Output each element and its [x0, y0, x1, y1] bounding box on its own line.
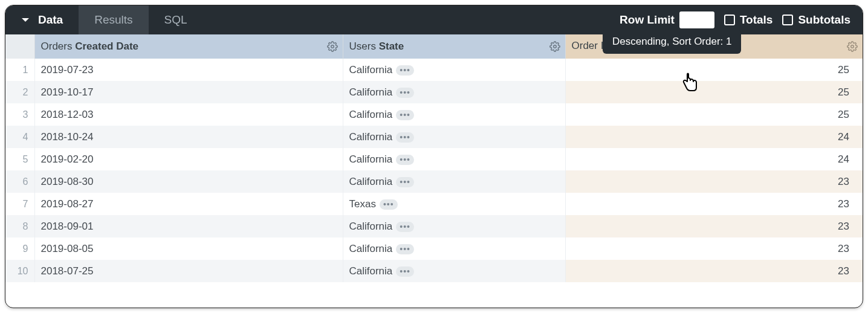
cell-users-state[interactable]: California••• [343, 148, 565, 170]
ellipsis-icon[interactable]: ••• [396, 88, 414, 98]
sort-tooltip: Descending, Sort Order: 1 [603, 30, 741, 54]
cell-users-state[interactable]: California••• [343, 103, 565, 126]
cell-created-date[interactable]: 2019-08-27 [34, 193, 343, 215]
cell-users-state[interactable]: California••• [343, 215, 565, 237]
tab-results-label: Results [94, 13, 132, 27]
table-row: 22019-10-17California•••25 [5, 81, 863, 103]
table-row: 52019-02-20California•••24 [5, 148, 863, 170]
cell-order-items-count[interactable]: 23 [565, 193, 863, 215]
table-row: 32018-12-03California•••25 [5, 103, 863, 126]
row-number: 8 [5, 215, 34, 237]
column-header-rownum [5, 34, 34, 59]
cell-created-date[interactable]: 2019-08-05 [34, 237, 343, 260]
column-header-users-state[interactable]: Users State [343, 34, 565, 59]
row-limit-label: Row Limit [620, 13, 675, 27]
row-number: 10 [5, 260, 34, 282]
row-number: 3 [5, 103, 34, 126]
cell-order-items-count[interactable]: 23 [565, 170, 863, 193]
gear-icon[interactable] [847, 41, 858, 52]
cell-users-state[interactable]: California••• [343, 237, 565, 260]
cell-order-items-count[interactable]: 25 [565, 103, 863, 126]
column-header-created-date[interactable]: Orders Created Date [34, 34, 343, 59]
ellipsis-icon[interactable]: ••• [396, 244, 414, 254]
ellipsis-icon[interactable]: ••• [396, 110, 414, 120]
ellipsis-icon[interactable]: ••• [396, 222, 414, 232]
row-number: 9 [5, 237, 34, 260]
results-table: Orders Created Date Users State Order It… [5, 34, 863, 282]
table-row: 102018-07-25California•••23 [5, 260, 863, 282]
row-number: 6 [5, 170, 34, 193]
table-row: 82018-09-01California•••23 [5, 215, 863, 237]
ellipsis-icon[interactable]: ••• [396, 155, 414, 165]
cell-created-date[interactable]: 2018-09-01 [34, 215, 343, 237]
data-panel: Data Results SQL Row Limit Totals Subtot… [5, 5, 863, 308]
tab-sql[interactable]: SQL [149, 5, 203, 34]
cell-users-state[interactable]: Texas••• [343, 193, 565, 215]
ellipsis-icon[interactable]: ••• [396, 132, 414, 143]
cell-order-items-count[interactable]: 24 [565, 148, 863, 170]
svg-point-2 [851, 45, 854, 48]
cell-users-state[interactable]: California••• [343, 59, 565, 81]
cell-created-date[interactable]: 2018-12-03 [34, 103, 343, 126]
cell-created-date[interactable]: 2019-08-30 [34, 170, 343, 193]
gear-icon[interactable] [549, 41, 560, 52]
cell-order-items-count[interactable]: 25 [565, 81, 863, 103]
table-row: 92019-08-05California•••23 [5, 237, 863, 260]
row-number: 1 [5, 59, 34, 81]
tab-results[interactable]: Results [79, 5, 148, 34]
cell-users-state[interactable]: California••• [343, 260, 565, 282]
cell-created-date[interactable]: 2019-07-23 [34, 59, 343, 81]
cell-order-items-count[interactable]: 23 [565, 215, 863, 237]
cell-created-date[interactable]: 2019-10-17 [34, 81, 343, 103]
row-number: 5 [5, 148, 34, 170]
subtotals-label: Subtotals [798, 13, 850, 27]
ellipsis-icon[interactable]: ••• [380, 199, 398, 210]
cell-users-state[interactable]: California••• [343, 126, 565, 148]
cell-created-date[interactable]: 2019-02-20 [34, 148, 343, 170]
tab-data-label: Data [38, 13, 63, 27]
cell-created-date[interactable]: 2018-07-25 [34, 260, 343, 282]
row-number: 2 [5, 81, 34, 103]
cell-order-items-count[interactable]: 23 [565, 237, 863, 260]
cell-users-state[interactable]: California••• [343, 170, 565, 193]
tab-data[interactable]: Data [5, 5, 79, 34]
totals-checkbox[interactable] [724, 15, 735, 25]
table-row: 42018-10-24California•••24 [5, 126, 863, 148]
cell-order-items-count[interactable]: 25 [565, 59, 863, 81]
row-limit-input[interactable] [679, 11, 714, 28]
cell-users-state[interactable]: California••• [343, 81, 565, 103]
row-number: 7 [5, 193, 34, 215]
cell-created-date[interactable]: 2018-10-24 [34, 126, 343, 148]
table-row: 62019-08-30California•••23 [5, 170, 863, 193]
totals-label: Totals [740, 13, 773, 27]
gear-icon[interactable] [327, 41, 338, 52]
ellipsis-icon[interactable]: ••• [396, 177, 414, 187]
svg-point-1 [553, 45, 556, 48]
subtotals-checkbox[interactable] [782, 15, 793, 25]
cell-order-items-count[interactable]: 23 [565, 260, 863, 282]
tab-sql-label: SQL [164, 13, 187, 27]
chevron-down-icon [21, 16, 30, 24]
svg-point-0 [331, 45, 334, 48]
cell-order-items-count[interactable]: 24 [565, 126, 863, 148]
table-row: 12019-07-23California•••25 [5, 59, 863, 81]
ellipsis-icon[interactable]: ••• [396, 266, 414, 277]
ellipsis-icon[interactable]: ••• [396, 65, 414, 76]
table-row: 72019-08-27Texas•••23 [5, 193, 863, 215]
row-number: 4 [5, 126, 34, 148]
